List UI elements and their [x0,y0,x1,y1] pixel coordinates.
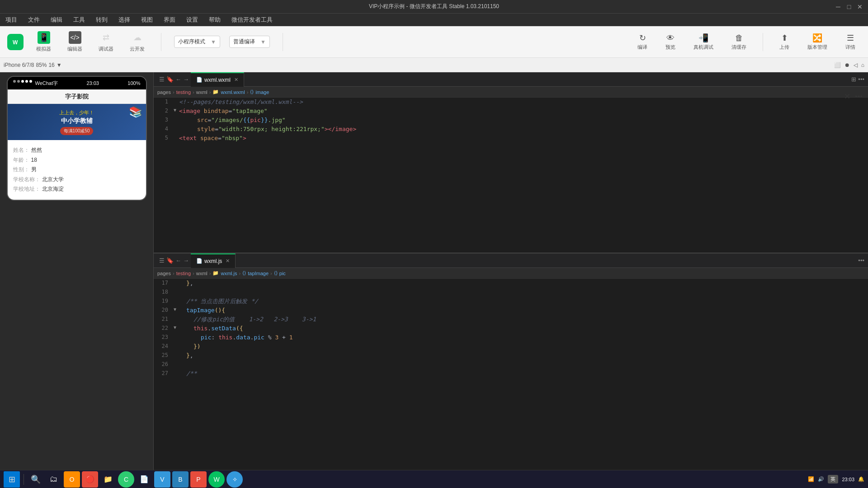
details-button[interactable]: ☰ 详情 [840,31,861,52]
js-hamburger-icon[interactable]: ☰ [159,257,165,264]
realtest-icon: 📲 [698,33,708,43]
dot4 [25,80,28,83]
menu-item-edit[interactable]: 编辑 [49,15,64,25]
rotate-icon[interactable]: ⬜ [834,62,841,68]
menu-item-interface[interactable]: 界面 [162,15,177,25]
tab-bar-left-icons: ☰ 🔖 ← → [157,76,191,83]
window-title: VIP小程序示例 - 微信开发者工具 Stable 1.03.2101150 [369,3,499,10]
menu-item-select[interactable]: 选择 [117,15,132,25]
back-icon[interactable]: ◁ [854,62,858,68]
ime-label[interactable]: 英 [828,475,838,483]
refresh-button[interactable]: ↻ 编译 [632,31,653,52]
app2-icon: 🔴 [85,475,94,483]
js-code-area[interactable]: 17 }, 18 19 /** 当点击图片后触发 */ [154,279,868,474]
js-tab[interactable]: 📄 wxml.js ✕ [191,253,236,268]
hamburger-icon[interactable]: ☰ [159,76,165,83]
app8-icon: P [196,476,200,483]
taskbar-taskview[interactable]: 🗂 [46,471,62,488]
js-bc-pages: pages [157,271,171,276]
app3-icon: 📁 [104,475,113,483]
breadcrumb-image: image [255,89,269,95]
taskbar-app-1[interactable]: O [64,471,80,488]
upload-button[interactable]: ⬆ 上传 [774,31,795,52]
menu-item-goto[interactable]: 转到 [94,15,109,25]
mode-label: 小程序模式 [178,38,205,46]
home-icon[interactable]: ⌂ [861,62,864,68]
realtest-label: 真机调试 [693,44,713,51]
taskbar-search[interactable]: 🔍 [28,471,44,488]
debugger-button[interactable]: ⇄ 调试器 [95,29,117,54]
taskbar-app-2[interactable]: 🔴 [82,471,98,488]
js-tab-label: wxml.js [204,258,222,264]
clock-time: 23:03 [842,477,854,482]
js-breadcrumb: pages › testing › wxml › 📁 wxml.js › ⟨⟩ … [154,268,868,279]
wxml-tab[interactable]: 📄 wxml.wxml ✕ [191,72,244,87]
device-info: iPhone 6/7/8 85% 16 ▼ [4,62,62,68]
js-forward-icon[interactable]: → [183,257,189,264]
mode-selector[interactable]: 小程序模式 ▼ [174,36,220,48]
taskbar-right: 📶 🔊 英 23:03 🔔 [808,475,864,483]
taskbar-app-3[interactable]: 📁 [100,471,116,488]
app10-icon: ⟡ [233,475,237,483]
taskbar-app-4[interactable]: C [118,471,134,488]
cloud-button[interactable]: ☁ 云开发 [126,29,148,54]
back-nav-icon[interactable]: ← [175,76,181,83]
simulator-button[interactable]: 📱 模拟器 [33,29,55,54]
compile-label: 普通编译 [233,38,255,46]
js-line-24: 24 }) [154,342,868,351]
wxml-breadcrumb: pages › testing › wxml › 📁 wxml.wxml › ⟨… [154,87,868,98]
realtest-button[interactable]: 📲 真机调试 [688,31,719,52]
js-editor-section: ☰ 🔖 ← → 📄 wxml.js ✕ ••• pages › testi [154,253,868,475]
info-school: 学校名称：北京大学 [13,175,141,185]
maximize-button[interactable]: □ [845,3,853,10]
phone-frame: WeChat字 23:03 100% 字子影院 ••• ✕ 上上去，少年！ 中小… [7,76,147,201]
js-bc-file: wxml.js [221,271,237,276]
version-button[interactable]: 🔀 版本管理 [802,31,833,52]
taskbar-app-6[interactable]: V [154,471,170,488]
device-dropdown[interactable]: ▼ [57,62,62,68]
code-line-2: 2 ▼ <image bindtap="tapImage" [154,107,868,116]
menu-item-view[interactable]: 视图 [139,15,155,25]
editor-button[interactable]: </> 编辑器 [64,29,86,54]
wxml-tab-close[interactable]: ✕ [234,77,238,83]
main-layout: WeChat字 23:03 100% 字子影院 ••• ✕ 上上去，少年！ 中小… [0,72,868,475]
close-button[interactable]: ✕ [856,3,863,10]
dot3 [21,80,24,83]
minimize-button[interactable]: ─ [835,3,842,10]
menu-item-settings[interactable]: 设置 [184,15,200,25]
js-bc-fn-icon: ⟨⟩ [242,270,246,276]
menu-item-tools[interactable]: 工具 [71,15,87,25]
js-back-icon[interactable]: ← [175,257,181,264]
compile-selector[interactable]: 普通编译 ▼ [229,36,270,48]
taskbar-app-9[interactable]: W [208,471,225,488]
phone-title-bar: 字子影院 ••• ✕ [8,89,146,104]
menu-item-file[interactable]: 文件 [26,15,42,25]
notification-icon[interactable]: 🔔 [858,476,864,482]
capture-icon[interactable]: ⏺ [844,62,850,68]
app6-icon: V [160,476,164,483]
cloud-icon: ☁ [131,31,144,44]
clear-button[interactable]: 🗑 清缓存 [726,32,752,52]
bookmark-icon[interactable]: 🔖 [166,76,174,83]
js-tab-close[interactable]: ✕ [226,258,230,264]
forward-nav-icon[interactable]: → [183,76,189,83]
editor-area: ☰ 🔖 ← → 📄 wxml.wxml ✕ ⊞ ••• pages › [154,72,868,475]
taskbar-app-5[interactable]: 📄 [136,471,152,488]
device-name: iPhone 6/7/8 [4,62,34,68]
js-bookmark-icon[interactable]: 🔖 [166,257,174,264]
more-options-icon[interactable]: ••• [858,76,864,83]
wxml-code-area[interactable]: 1 <!--pages/testing/wxml/wxml.wxml--> 2 … [154,98,868,253]
menu-item-project[interactable]: 项目 [4,15,19,25]
phone-banner: 上上去，少年！ 中小学教辅 每满100减50 📚 [8,104,146,140]
taskbar-app-10[interactable]: ⟡ [226,471,243,488]
taskbar-app-7[interactable]: B [172,471,189,488]
split-icon[interactable]: ⊞ [851,76,856,83]
taskbar-app-8[interactable]: P [190,471,207,488]
menu-item-help[interactable]: 帮助 [207,15,222,25]
start-button[interactable]: ⊞ [4,471,20,488]
preview-button[interactable]: 👁 预览 [660,32,681,52]
js-line-26: 26 [154,360,868,369]
dot2 [17,80,20,83]
js-more-icon[interactable]: ••• [858,257,864,264]
menu-item-wechat[interactable]: 微信开发者工具 [230,15,274,25]
